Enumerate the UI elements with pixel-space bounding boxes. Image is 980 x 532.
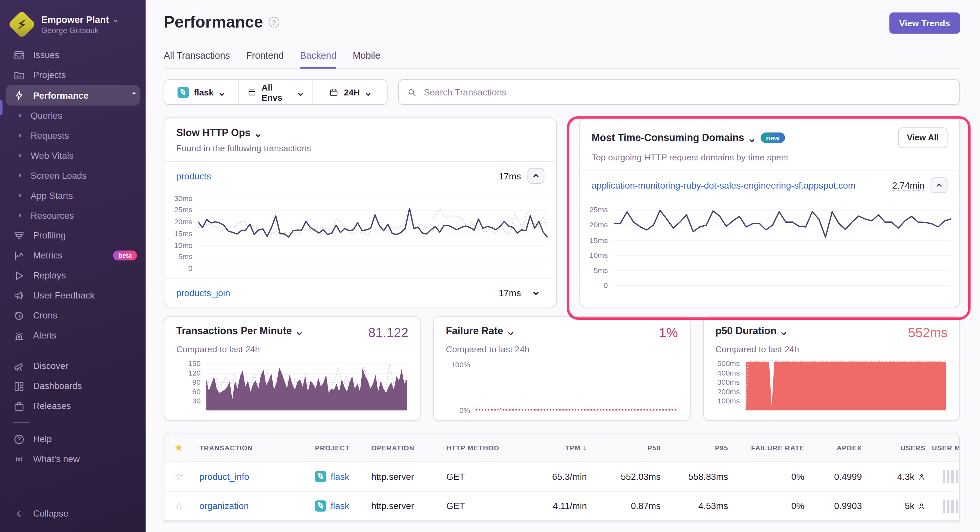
sidebar-item-label: Alerts bbox=[33, 330, 56, 340]
slow-http-ops-subtitle: Found in the following transactions bbox=[176, 143, 544, 153]
help-circle-icon[interactable]: ? bbox=[269, 17, 279, 27]
sidebar-item-label: Metrics bbox=[33, 251, 62, 260]
chevron-down-icon bbox=[365, 89, 371, 95]
domains-title[interactable]: Most Time-Consuming Domains bbox=[592, 132, 754, 143]
sidebar-item-releases[interactable]: Releases bbox=[0, 396, 146, 416]
sidebar-item-alerts[interactable]: Alerts bbox=[0, 326, 146, 345]
sidebar-item-label: App Starts bbox=[30, 191, 73, 200]
project-cell[interactable]: flask bbox=[315, 471, 371, 482]
megaphone-icon bbox=[13, 289, 25, 302]
environment-filter[interactable]: All Envs bbox=[238, 80, 313, 104]
col-failure-rate[interactable]: FAILURE RATE bbox=[728, 444, 804, 451]
duration-value: 17ms bbox=[499, 288, 521, 298]
col-project[interactable]: PROJECT bbox=[315, 444, 371, 451]
slow-http-ops-title[interactable]: Slow HTTP Ops bbox=[176, 127, 544, 138]
sidebar-item-replays[interactable]: Replays bbox=[0, 265, 146, 285]
col-apdex[interactable]: APDEX bbox=[804, 444, 862, 451]
sidebar: ⚡︎ Empower Plant ⌄ George Gritsouk Issue… bbox=[0, 0, 146, 532]
col-p95[interactable]: P95 bbox=[661, 444, 728, 451]
sidebar-collapse-button[interactable]: Collapse bbox=[0, 503, 146, 524]
org-logo: ⚡︎ bbox=[10, 13, 33, 36]
tab-backend[interactable]: Backend bbox=[300, 50, 336, 68]
sidebar-item-discover[interactable]: Discover bbox=[0, 356, 146, 376]
col-operation[interactable]: OPERATION bbox=[371, 444, 446, 451]
sidebar-item-web-vitals[interactable]: Web Vitals bbox=[0, 146, 146, 166]
most-time-consuming-domains-card: Most Time-Consuming Domains new View All… bbox=[579, 118, 960, 307]
beta-badge: beta bbox=[113, 251, 137, 260]
search-input[interactable] bbox=[422, 87, 951, 98]
view-all-button[interactable]: View All bbox=[898, 127, 948, 148]
date-range-filter[interactable]: 24H bbox=[312, 80, 387, 104]
sidebar-item-label: Profiling bbox=[33, 230, 66, 240]
new-badge: new bbox=[760, 132, 785, 143]
failure-rate-title[interactable]: Failure Rate bbox=[446, 326, 514, 337]
sidebar-item-crons[interactable]: Crons bbox=[0, 305, 146, 326]
col-user-misery[interactable]: USER MISERY bbox=[926, 444, 960, 451]
users-cell: 4.3k bbox=[862, 472, 926, 481]
star-toggle[interactable]: ☆ bbox=[174, 500, 199, 513]
sidebar-item-help[interactable]: Help bbox=[0, 429, 146, 449]
col-tpm[interactable]: TPM ↓ bbox=[518, 443, 587, 452]
flask-project-icon bbox=[315, 500, 326, 511]
sidebar-item-metrics[interactable]: Metrics beta bbox=[0, 245, 146, 265]
star-icon[interactable]: ★ bbox=[174, 441, 199, 453]
tab-all-transactions[interactable]: All Transactions bbox=[164, 50, 230, 68]
project-filter[interactable]: flask bbox=[164, 80, 238, 104]
sidebar-item-issues[interactable]: Issues bbox=[0, 45, 146, 65]
sidebar-item-dashboards[interactable]: Dashboards bbox=[0, 376, 146, 396]
http-method-cell: GET bbox=[446, 501, 518, 511]
sidebar-item-user-feedback[interactable]: User Feedback bbox=[0, 285, 146, 305]
user-misery-bars bbox=[943, 500, 960, 513]
sidebar-item-app-starts[interactable]: App Starts bbox=[0, 186, 146, 206]
sidebar-item-whats-new[interactable]: What's new bbox=[0, 449, 146, 469]
collapse-row-button[interactable] bbox=[931, 178, 948, 193]
collapse-row-button[interactable] bbox=[527, 168, 544, 184]
col-users[interactable]: USERS bbox=[862, 444, 926, 451]
transaction-link[interactable]: product_info bbox=[199, 472, 249, 481]
col-p50[interactable]: P50 bbox=[587, 444, 661, 451]
domain-link[interactable]: application-monitoring-ruby-dot-sales-en… bbox=[592, 180, 855, 190]
page-title: Performance ? bbox=[164, 13, 279, 32]
operation-cell: http.server bbox=[371, 501, 446, 511]
sidebar-item-profiling[interactable]: Profiling bbox=[0, 226, 146, 245]
transaction-link[interactable]: organization bbox=[199, 501, 248, 511]
failure-rate-card: Failure Rate 1% Compared to last 24h 100… bbox=[433, 316, 690, 421]
user-icon bbox=[918, 473, 926, 481]
transaction-link[interactable]: products bbox=[176, 171, 211, 181]
project-cell[interactable]: flask bbox=[315, 500, 371, 511]
p50-duration-title[interactable]: p50 Duration bbox=[716, 326, 788, 337]
sidebar-item-resources[interactable]: Resources bbox=[0, 206, 146, 226]
sidebar-item-queries[interactable]: Queries bbox=[0, 106, 146, 125]
col-transaction[interactable]: TRANSACTION bbox=[199, 444, 315, 451]
org-user: George Gritsouk bbox=[41, 26, 118, 35]
tpm-title[interactable]: Transactions Per Minute bbox=[176, 326, 302, 337]
sidebar-item-label: Dashboards bbox=[33, 381, 82, 391]
star-toggle[interactable]: ☆ bbox=[174, 470, 199, 483]
tab-frontend[interactable]: Frontend bbox=[246, 50, 283, 68]
expand-row-button[interactable] bbox=[527, 285, 544, 301]
domains-chart: 25ms20ms15ms10ms5ms0 bbox=[584, 206, 951, 286]
sidebar-item-requests[interactable]: Requests bbox=[0, 125, 146, 146]
chevron-down-icon bbox=[749, 135, 755, 141]
transaction-link[interactable]: products_join bbox=[176, 288, 230, 298]
col-http-method[interactable]: HTTP METHOD bbox=[446, 444, 518, 451]
p50-cell: 552.03ms bbox=[587, 472, 661, 481]
user-misery-bars bbox=[943, 470, 960, 483]
tpm-chart: 150120906030 bbox=[176, 358, 407, 410]
view-trends-button[interactable]: View Trends bbox=[889, 13, 960, 34]
slow-http-ops-card: Slow HTTP Ops Found in the following tra… bbox=[164, 118, 557, 307]
tpm-cell: 65.3/min bbox=[518, 472, 587, 481]
tab-mobile[interactable]: Mobile bbox=[353, 50, 380, 68]
apdex-cell: 0.9903 bbox=[804, 501, 862, 511]
play-icon bbox=[13, 269, 25, 282]
sidebar-item-screen-loads[interactable]: Screen Loads bbox=[0, 166, 146, 186]
duration-value: 17ms bbox=[499, 171, 521, 181]
domain-row: application-monitoring-ruby-dot-sales-en… bbox=[580, 171, 959, 199]
sidebar-item-performance[interactable]: Performance ⌃ bbox=[6, 85, 140, 106]
failure-rate-cell: 0% bbox=[728, 501, 804, 511]
chevron-down-icon: ⌄ bbox=[113, 16, 118, 24]
failure-rate-value: 1% bbox=[659, 326, 678, 340]
org-switcher[interactable]: ⚡︎ Empower Plant ⌄ George Gritsouk bbox=[0, 9, 146, 45]
sidebar-item-projects[interactable]: Projects bbox=[0, 65, 146, 85]
calendar-icon bbox=[329, 87, 339, 97]
